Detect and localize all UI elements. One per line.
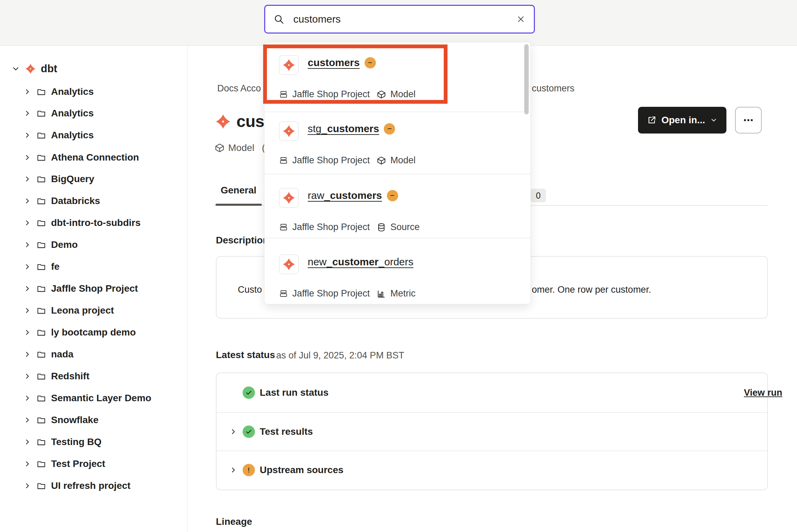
status-card: Last run status View run Test results Up… (216, 372, 768, 490)
chevron-right-icon[interactable] (23, 416, 32, 424)
chevron-down-icon[interactable] (11, 64, 20, 73)
chevron-right-icon[interactable] (23, 482, 32, 490)
success-check-icon (243, 426, 255, 438)
cube-icon (377, 90, 386, 99)
result-title-link[interactable]: customers (308, 57, 360, 68)
chevron-right-icon[interactable] (23, 175, 32, 183)
result-title-link[interactable]: new_customer_orders (308, 256, 413, 268)
folder-icon (37, 438, 46, 447)
sidebar-item-ly-bootcamp-demo[interactable]: ly bootcamp demo (0, 325, 136, 340)
folder-icon (37, 109, 46, 118)
chevron-right-icon[interactable] (228, 428, 238, 436)
sidebar-item-jaffle-shop-project[interactable]: Jaffle Shop Project (0, 281, 138, 296)
maturity-badge-icon (384, 123, 395, 135)
result-type: Model (390, 89, 416, 100)
sidebar-item-leona-project[interactable]: Leona project (0, 303, 114, 318)
sidebar-item-analytics-1[interactable]: Analytics (0, 85, 94, 99)
chevron-right-icon[interactable] (23, 394, 32, 402)
resource-meta-row: Model ( (214, 142, 265, 153)
cube-icon (214, 143, 225, 153)
chevron-right-icon[interactable] (23, 153, 32, 162)
external-link-icon (647, 115, 657, 125)
search-result-new-customer-orders[interactable]: new_customer_orders Jaffle Shop Project … (265, 251, 530, 310)
last-run-status-label: Last run status (260, 387, 329, 398)
sidebar-item-nada[interactable]: nada (0, 347, 73, 362)
lineage-heading: Lineage (216, 516, 252, 527)
sidebar-item-demo[interactable]: Demo (0, 238, 78, 252)
chevron-right-icon[interactable] (23, 241, 32, 249)
latest-status-asof: as of Jul 9, 2025, 2:04 PM BST (276, 350, 404, 361)
sidebar-item-dbt-intro-to-subdirs[interactable]: dbt-intro-to-subdirs (0, 216, 140, 230)
chevron-right-icon[interactable] (23, 350, 32, 358)
sidebar-item-redshift[interactable]: Redshift (0, 369, 89, 383)
search-bar[interactable]: customers (264, 5, 535, 34)
maturity-badge-icon (365, 57, 376, 68)
chevron-right-icon[interactable] (23, 306, 32, 315)
description-text-left: Custo (238, 284, 262, 295)
dbt-logo-icon (279, 188, 299, 208)
folder-icon (37, 131, 46, 140)
chevron-right-icon[interactable] (23, 328, 32, 337)
upstream-sources-row[interactable]: Upstream sources (217, 451, 779, 489)
sidebar-item-athena-connection[interactable]: Athena Connection (0, 150, 139, 165)
sidebar-item-fe[interactable]: fe (0, 259, 60, 274)
folder-icon (37, 306, 46, 315)
chevron-right-icon[interactable] (23, 372, 32, 380)
result-project: Jaffle Shop Project (292, 288, 370, 299)
more-options-button[interactable] (735, 107, 762, 134)
sidebar-item-bigquery[interactable]: BigQuery (0, 172, 94, 186)
chevron-right-icon[interactable] (23, 219, 32, 227)
search-result-customers[interactable]: customers Jaffle Shop Project Model (265, 52, 530, 111)
tab-general[interactable]: General (221, 185, 256, 196)
resource-type-label: Model (228, 142, 254, 153)
search-result-raw-customers[interactable]: raw_customers Jaffle Shop Project Source (265, 185, 530, 243)
folder-icon (37, 394, 46, 403)
chevron-right-icon[interactable] (23, 131, 32, 139)
sidebar-item-label: Athena Connection (51, 152, 139, 163)
folder-icon (37, 284, 46, 293)
sidebar-item-label: Analytics (51, 108, 94, 119)
sidebar-item-label: Databricks (51, 195, 100, 206)
sidebar-item-label: UI refresh project (51, 480, 131, 491)
chevron-right-icon[interactable] (23, 197, 32, 205)
result-type: Metric (390, 288, 416, 299)
chevron-right-icon[interactable] (23, 88, 32, 96)
sidebar-item-analytics-2[interactable]: Analytics (0, 106, 94, 121)
result-title-link[interactable]: raw_customers (308, 190, 382, 201)
chevron-right-icon[interactable] (23, 438, 32, 446)
success-check-icon (243, 387, 255, 399)
dbt-logo-icon (25, 63, 36, 74)
folder-icon (37, 262, 46, 271)
search-input[interactable]: customers (293, 13, 516, 25)
sidebar-item-label: Semantic Layer Demo (51, 393, 151, 404)
sidebar-root-dbt[interactable]: dbt (0, 61, 57, 76)
chevron-right-icon[interactable] (23, 263, 32, 271)
test-results-row[interactable]: Test results (217, 413, 779, 451)
sidebar-item-semantic-layer-demo[interactable]: Semantic Layer Demo (0, 391, 151, 405)
open-in-button[interactable]: Open in... (638, 107, 726, 134)
sidebar-item-snowflake[interactable]: Snowflake (0, 413, 98, 427)
result-divider (265, 112, 530, 112)
folder-icon (37, 481, 46, 491)
chevron-right-icon[interactable] (23, 109, 32, 117)
chevron-right-icon[interactable] (23, 460, 32, 468)
chevron-down-icon (710, 116, 718, 124)
sidebar-item-ui-refresh-project[interactable]: UI refresh project (0, 479, 131, 493)
open-in-label: Open in... (661, 115, 705, 126)
dropdown-scrollbar[interactable] (524, 44, 529, 114)
breadcrumb[interactable]: Docs Acco (217, 83, 261, 94)
result-title-link[interactable]: stg_customers (308, 123, 379, 135)
sidebar-item-label: Jaffle Shop Project (51, 283, 138, 294)
close-icon[interactable] (516, 14, 526, 24)
sidebar-item-testing-bq[interactable]: Testing BQ (0, 435, 101, 449)
sidebar-item-test-project[interactable]: Test Project (0, 457, 105, 471)
tab-active-underline (216, 204, 262, 206)
search-result-stg-customers[interactable]: stg_customers Jaffle Shop Project Model (265, 118, 530, 177)
view-run-link[interactable]: View run (744, 388, 782, 398)
sidebar-item-analytics-3[interactable]: Analytics (0, 128, 94, 142)
chevron-right-icon[interactable] (228, 466, 238, 474)
sidebar-item-label: Snowflake (51, 415, 98, 426)
chevron-right-icon[interactable] (23, 284, 32, 293)
sidebar-item-databricks[interactable]: Databricks (0, 194, 100, 208)
sidebar-item-label: Test Project (51, 458, 105, 469)
